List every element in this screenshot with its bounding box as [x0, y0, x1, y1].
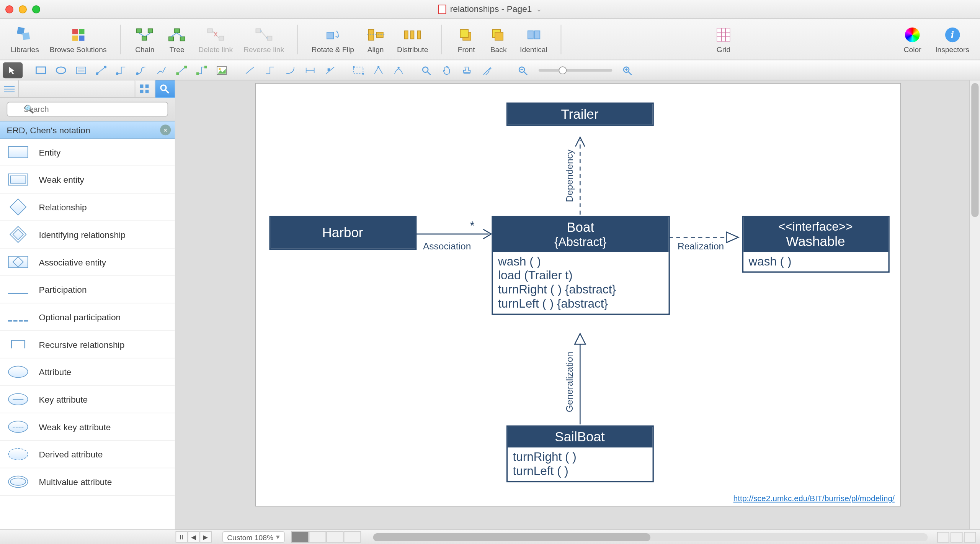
- browse-solutions-button[interactable]: Browse Solutions: [46, 24, 111, 54]
- lib-item-attribute[interactable]: Attribute: [0, 359, 175, 386]
- svg-rect-11: [180, 36, 185, 40]
- grid-view-button[interactable]: [135, 80, 155, 97]
- lib-item-derived-attribute[interactable]: Derived attribute: [0, 441, 175, 469]
- zoom-slider[interactable]: [539, 69, 612, 71]
- uml-class-boat[interactable]: Boat {Abstract} wash ( ) load (Trailer t…: [491, 216, 669, 315]
- library-title[interactable]: ERD, Chen's notation ×: [0, 121, 175, 139]
- pan-tool[interactable]: [437, 62, 457, 78]
- rotate-flip-button[interactable]: Rotate & Flip: [307, 24, 358, 54]
- lib-item-relationship[interactable]: Relationship: [0, 193, 175, 221]
- edit-shape-2[interactable]: [368, 62, 388, 78]
- svg-point-41: [116, 72, 119, 75]
- list-view-toggle[interactable]: [0, 80, 19, 97]
- stamp-tool[interactable]: [457, 62, 477, 78]
- svg-rect-1: [23, 32, 30, 40]
- color-button[interactable]: Color: [898, 24, 927, 54]
- zoom-tool[interactable]: [416, 62, 436, 78]
- reverse-link-button[interactable]: Reverse link: [240, 24, 288, 54]
- lib-item-identifying-relationship[interactable]: Identifying relationship: [0, 221, 175, 249]
- front-button[interactable]: Front: [452, 24, 481, 54]
- lib-item-multivalue-attribute[interactable]: Multivalue attribute: [0, 468, 175, 496]
- text-tool[interactable]: [71, 62, 91, 78]
- page-pause-icon[interactable]: ⏸: [175, 531, 187, 543]
- vertical-scrollbar[interactable]: [969, 80, 980, 529]
- zoom-in-button[interactable]: [617, 62, 637, 78]
- sidebar-header: [0, 80, 175, 98]
- view-mode-1[interactable]: [937, 532, 949, 542]
- page-tab-4[interactable]: [344, 531, 361, 543]
- search-view-button[interactable]: [155, 80, 175, 97]
- back-button[interactable]: Back: [484, 24, 513, 54]
- measure-tool[interactable]: [300, 62, 320, 78]
- page-tab-3[interactable]: [326, 531, 343, 543]
- identical-button[interactable]: Identical: [516, 24, 552, 54]
- view-mode-3[interactable]: [964, 532, 976, 542]
- grid-button[interactable]: Grid: [709, 24, 738, 54]
- zoom-level[interactable]: Custom 108%▾: [222, 531, 285, 543]
- canvas[interactable]: Trailer Harbor Boat {Abstract} wash ( ) …: [255, 83, 901, 506]
- connector-3[interactable]: [131, 62, 151, 78]
- svg-rect-46: [204, 66, 207, 68]
- page-tab-1[interactable]: [291, 531, 309, 543]
- uml-class-sailboat[interactable]: SailBoat turnRight ( ) turnLeft ( ): [506, 425, 653, 482]
- page-next-button[interactable]: ▶: [199, 531, 211, 543]
- anchor-tool[interactable]: [320, 62, 340, 78]
- line-tool[interactable]: [240, 62, 260, 78]
- label-association: Association: [423, 241, 471, 251]
- inspectors-button[interactable]: iInspectors: [931, 24, 973, 54]
- connector-2[interactable]: [111, 62, 131, 78]
- zoom-slider-thumb[interactable]: [559, 66, 567, 74]
- uml-class-trailer[interactable]: Trailer: [506, 103, 653, 126]
- horizontal-scrollbar[interactable]: [373, 533, 928, 541]
- edit-shape-1[interactable]: [348, 62, 368, 78]
- lib-item-weak-entity[interactable]: Weak entity: [0, 166, 175, 194]
- libraries-button[interactable]: Libraries: [7, 24, 43, 54]
- edit-shape-3[interactable]: [389, 62, 408, 78]
- uml-interface-washable[interactable]: <<interface>> Washable wash ( ): [742, 216, 889, 273]
- curve-tool[interactable]: [280, 62, 300, 78]
- zoom-out-button[interactable]: [513, 62, 533, 78]
- svg-point-35: [56, 67, 65, 73]
- lib-item-associative-entity[interactable]: Associative entity: [0, 249, 175, 276]
- label-realization: Realization: [678, 241, 724, 251]
- svg-line-65: [524, 71, 527, 75]
- insert-image[interactable]: [212, 62, 232, 78]
- svg-rect-24: [460, 29, 468, 37]
- svg-rect-75: [140, 89, 144, 93]
- svg-rect-27: [528, 31, 533, 39]
- pointer-tool[interactable]: [3, 62, 23, 78]
- close-library-button[interactable]: ×: [160, 125, 171, 135]
- connector-6[interactable]: [191, 62, 211, 78]
- delete-link-button[interactable]: Delete link: [194, 24, 237, 54]
- distribute-button[interactable]: Distribute: [393, 24, 432, 54]
- svg-rect-76: [145, 89, 149, 93]
- page-navigator: ⏸ ◀ ▶: [175, 531, 211, 543]
- svg-rect-9: [174, 28, 180, 32]
- connector-5[interactable]: [172, 62, 191, 78]
- eyedropper-tool[interactable]: [477, 62, 497, 78]
- lib-item-optional-participation[interactable]: Optional participation: [0, 303, 175, 331]
- polyline-tool[interactable]: [260, 62, 280, 78]
- lib-item-entity[interactable]: Entity: [0, 139, 175, 166]
- tree-button[interactable]: Tree: [162, 24, 192, 54]
- chevron-down-icon[interactable]: ⌄: [536, 5, 542, 13]
- lib-item-weak-key-attribute[interactable]: Weak key attribute: [0, 413, 175, 441]
- connector-1[interactable]: [91, 62, 111, 78]
- canvas-area: Trailer Harbor Boat {Abstract} wash ( ) …: [175, 80, 980, 529]
- lib-item-key-attribute[interactable]: Key attribute: [0, 386, 175, 413]
- chain-button[interactable]: Chain: [130, 24, 160, 54]
- uml-class-harbor[interactable]: Harbor: [269, 216, 416, 250]
- svg-point-57: [362, 72, 364, 74]
- lib-item-recursive-relationship[interactable]: Recursive relationship: [0, 331, 175, 359]
- lib-item-participation[interactable]: Participation: [0, 276, 175, 303]
- svg-rect-36: [76, 67, 85, 73]
- align-button[interactable]: Align: [361, 24, 390, 54]
- ellipse-tool[interactable]: [51, 62, 71, 78]
- view-mode-2[interactable]: [951, 532, 962, 542]
- rect-tool[interactable]: [31, 62, 51, 78]
- connector-4[interactable]: [151, 62, 171, 78]
- footer-link[interactable]: http://sce2.umkc.edu/BIT/burrise/pl/mode…: [733, 494, 895, 503]
- page-tab-2[interactable]: [309, 531, 326, 543]
- page-prev-button[interactable]: ◀: [188, 531, 199, 543]
- svg-rect-26: [495, 32, 503, 40]
